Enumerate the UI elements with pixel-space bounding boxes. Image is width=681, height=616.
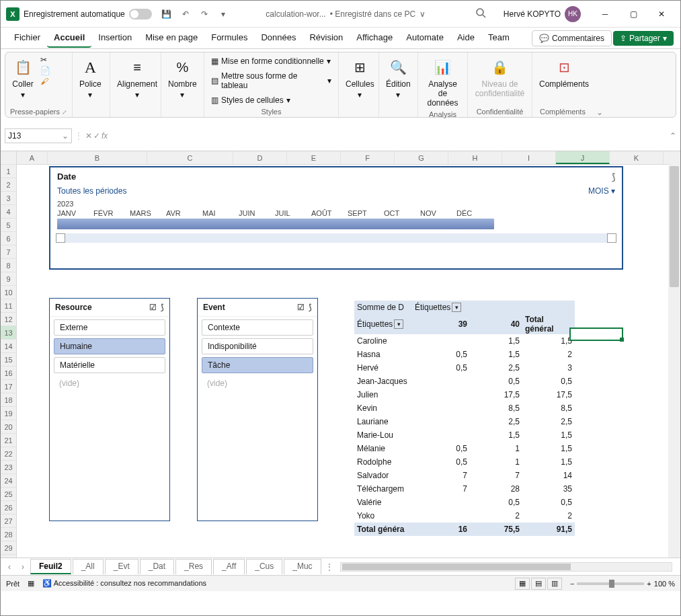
menu-tab-fichier[interactable]: Fichier [7, 28, 47, 48]
maximize-button[interactable]: ▢ [620, 5, 647, 24]
fx-icon[interactable]: fx [102, 131, 108, 141]
row-header-13[interactable]: 13 [1, 326, 16, 340]
chevron-down-icon[interactable]: ∨ [419, 9, 426, 19]
row-header-2[interactable]: 2 [1, 178, 16, 192]
menu-tab-formules[interactable]: Formules [204, 28, 254, 48]
row-header-27[interactable]: 27 [1, 514, 16, 528]
multiselect-icon[interactable]: ☑ [297, 303, 305, 312]
timeline-month[interactable]: JUIL [275, 209, 311, 217]
undo-icon[interactable]: ↶ [179, 7, 192, 21]
col-header-D[interactable]: D [233, 151, 287, 164]
sheet-tab[interactable]: _All [73, 559, 104, 574]
view-pagebreak-icon[interactable]: ▥ [547, 578, 562, 590]
col-header-K[interactable]: K [610, 151, 664, 164]
timeline-month[interactable]: JANV [57, 209, 93, 217]
row-header-14[interactable]: 14 [1, 340, 16, 353]
addins-button[interactable]: ⊡Compléments [536, 55, 592, 90]
slicer-item[interactable]: Contexte [202, 319, 313, 336]
row-header-28[interactable]: 28 [1, 528, 16, 541]
row-header-1[interactable]: 1 [1, 165, 16, 178]
row-header-7[interactable]: 7 [1, 245, 16, 259]
row-header-23[interactable]: 23 [1, 461, 16, 474]
share-button[interactable]: ⇪ Partager ▾ [613, 31, 674, 46]
clear-filter-icon[interactable]: ⟆ [612, 171, 615, 182]
view-normal-icon[interactable]: ▦ [515, 578, 530, 590]
timeline-month[interactable]: AVR [166, 209, 202, 217]
menu-tab-mise en page[interactable]: Mise en page [138, 28, 204, 48]
slicer-item[interactable]: Humaine [54, 338, 165, 354]
col-header-F[interactable]: F [341, 151, 395, 164]
expand-formula-icon[interactable]: ⌃ [670, 131, 676, 141]
cells-button[interactable]: ⊞Cellules▾ [343, 55, 377, 101]
row-header-20[interactable]: 20 [1, 420, 16, 434]
row-header-17[interactable]: 17 [1, 380, 16, 393]
multiselect-icon[interactable]: ☑ [149, 303, 157, 312]
slicer-item[interactable]: Tâche [202, 357, 313, 373]
menu-tab-automate[interactable]: Automate [399, 28, 450, 48]
row-header-10[interactable]: 10 [1, 286, 16, 299]
sheet-tab[interactable]: _Aff [213, 559, 245, 574]
analyze-button[interactable]: 📊Analyse de données [422, 55, 463, 109]
timeline-month[interactable]: JUIN [239, 209, 275, 217]
col-header-J[interactable]: J [556, 151, 610, 164]
pivot-table[interactable]: Somme de DÉtiquettes▾Étiquettes▾3940Tota… [354, 301, 575, 536]
col-header-G[interactable]: G [395, 151, 448, 164]
sheet-tab[interactable]: _Cus [246, 559, 282, 574]
row-header-11[interactable]: 11 [1, 299, 16, 313]
search-icon[interactable] [475, 7, 486, 20]
sheet-tab[interactable]: _Evt [105, 559, 138, 574]
sheet-tab[interactable]: _Muc [284, 559, 321, 574]
font-button[interactable]: A Police ▾ [77, 55, 104, 101]
copy-icon[interactable]: 📄 [40, 66, 50, 75]
row-header-5[interactable]: 5 [1, 219, 16, 232]
timeline-month[interactable]: DÉC [456, 209, 493, 217]
zoom-value[interactable]: 100 % [654, 580, 675, 588]
name-box[interactable]: J13 ⌄ [5, 128, 72, 143]
selected-cell[interactable] [569, 328, 623, 341]
number-button[interactable]: % Nombre ▾ [165, 55, 200, 101]
timeline-month[interactable]: MARS [130, 209, 166, 217]
row-header-8[interactable]: 8 [1, 259, 16, 272]
cut-icon[interactable]: ✂ [40, 55, 50, 65]
menu-tab-insertion[interactable]: Insertion [91, 28, 138, 48]
sheet-nav-next-icon[interactable]: › [17, 562, 29, 572]
new-sheet-icon[interactable]: ⋮ [325, 562, 333, 572]
format-painter-icon[interactable]: 🖌 [40, 77, 50, 86]
row-header-21[interactable]: 21 [1, 434, 16, 447]
timeline-range-bar[interactable] [57, 219, 494, 229]
sheet-nav-prev-icon[interactable]: ‹ [3, 562, 15, 572]
dialog-launcher-icon[interactable]: ⤢ [62, 109, 67, 116]
row-header-29[interactable]: 29 [1, 541, 16, 555]
timeline-month[interactable]: MAI [202, 209, 239, 217]
menu-tab-affichage[interactable]: Affichage [350, 28, 399, 48]
col-header-E[interactable]: E [287, 151, 341, 164]
cells-area[interactable]: Date ⟆ Toutes les périodes MOIS ▾ 2023 J… [17, 165, 668, 557]
menu-tab-révision[interactable]: Révision [303, 28, 350, 48]
zoom-out-icon[interactable]: − [570, 580, 574, 588]
row-header-19[interactable]: 19 [1, 407, 16, 420]
filename[interactable]: calculation-wor... [266, 9, 325, 19]
menu-tab-données[interactable]: Données [254, 28, 303, 48]
accessibility-status[interactable]: ♿ Accessibilité : consultez nos recomman… [42, 579, 206, 588]
slicer-item[interactable]: Externe [54, 319, 165, 336]
row-header-18[interactable]: 18 [1, 393, 16, 407]
menu-tab-team[interactable]: Team [481, 28, 516, 48]
row-header-3[interactable]: 3 [1, 192, 16, 205]
sheet-tab[interactable]: Feuil2 [30, 559, 71, 574]
timeline-level[interactable]: MOIS ▾ [588, 186, 615, 196]
timeline-slicer[interactable]: Date ⟆ Toutes les périodes MOIS ▾ 2023 J… [49, 166, 623, 270]
conditional-format-button[interactable]: ▦Mise en forme conditionnelle ▾ [208, 55, 334, 67]
slicer-resource[interactable]: Resource ☑⟆ ExterneHumaineMatérielle (vi… [49, 298, 170, 521]
zoom-in-icon[interactable]: + [647, 580, 651, 588]
minimize-button[interactable]: ─ [592, 5, 618, 24]
menu-tab-aide[interactable]: Aide [450, 28, 481, 48]
redo-icon[interactable]: ↷ [198, 7, 211, 21]
alignment-button[interactable]: ≡ Alignement ▾ [114, 55, 160, 101]
cancel-icon[interactable]: ✕ [85, 131, 92, 141]
timeline-month[interactable]: FÉVR [93, 209, 130, 217]
slicer-event[interactable]: Event ☑⟆ ContexteIndisponibilitéTâche (v… [197, 298, 318, 521]
qat-dropdown-icon[interactable]: ▾ [216, 7, 230, 21]
save-icon[interactable]: 💾 [160, 7, 173, 21]
slicer-item[interactable]: Indisponibilité [202, 338, 313, 354]
vertical-scrollbar[interactable] [668, 151, 680, 557]
